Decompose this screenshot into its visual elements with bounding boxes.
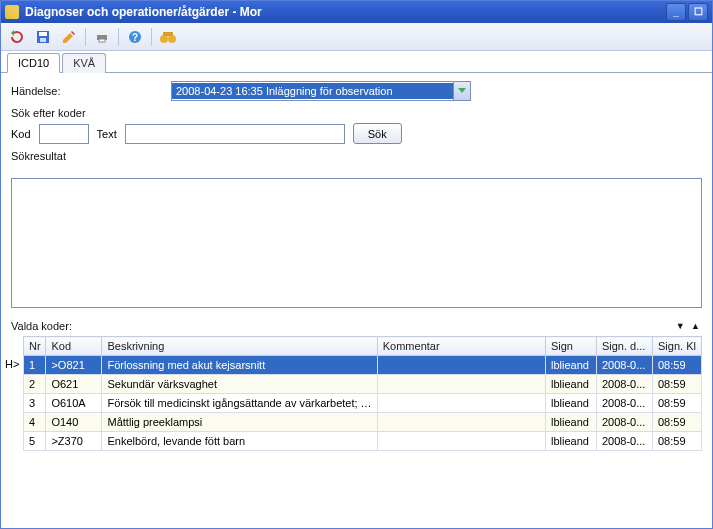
cell-komm bbox=[377, 413, 545, 432]
cell-sign: lblieand bbox=[545, 394, 596, 413]
cell-sign: lblieand bbox=[545, 432, 596, 451]
svg-rect-10 bbox=[163, 32, 173, 36]
kod-label: Kod bbox=[11, 128, 31, 140]
app-icon bbox=[5, 5, 19, 19]
col-sign[interactable]: Sign bbox=[545, 337, 596, 356]
cell-nr: 3 bbox=[24, 394, 46, 413]
cell-signkl: 08:59 bbox=[653, 432, 702, 451]
cell-signkl: 08:59 bbox=[653, 356, 702, 375]
svg-rect-2 bbox=[40, 38, 46, 42]
cell-signd: 2008-0... bbox=[596, 394, 652, 413]
valda-grid-wrap: H> Nr Kod Beskrivning Kommentar Sign Sig… bbox=[23, 336, 702, 451]
col-sign-d[interactable]: Sign. d... bbox=[596, 337, 652, 356]
grid-header-row: Nr Kod Beskrivning Kommentar Sign Sign. … bbox=[24, 337, 702, 356]
cell-signkl: 08:59 bbox=[653, 394, 702, 413]
svg-rect-5 bbox=[99, 39, 105, 42]
save-icon[interactable] bbox=[33, 27, 53, 47]
cell-komm bbox=[377, 432, 545, 451]
svg-rect-1 bbox=[39, 32, 47, 36]
toolbar-separator bbox=[118, 28, 119, 46]
table-row[interactable]: 3O610AFörsök till medicinskt igångsättan… bbox=[24, 394, 702, 413]
cell-sign: lblieand bbox=[545, 375, 596, 394]
cell-signd: 2008-0... bbox=[596, 356, 652, 375]
window-title: Diagnoser och operationer/åtgärder - Mor bbox=[25, 5, 664, 19]
cell-nr: 4 bbox=[24, 413, 46, 432]
toolbar: ? bbox=[1, 23, 712, 51]
sok-button[interactable]: Sök bbox=[353, 123, 402, 144]
svg-point-9 bbox=[168, 35, 176, 43]
titlebar: Diagnoser och operationer/åtgärder - Mor… bbox=[1, 1, 712, 23]
cell-komm bbox=[377, 394, 545, 413]
sokresultat-box[interactable] bbox=[11, 178, 702, 308]
cell-sign: lblieand bbox=[545, 413, 596, 432]
cell-besk: Sekundär värksvaghet bbox=[102, 375, 377, 394]
table-row[interactable]: 1>O821Förlossning med akut kejsarsnittlb… bbox=[24, 356, 702, 375]
chevron-down-icon bbox=[453, 82, 470, 100]
h-marker: H> bbox=[5, 358, 19, 370]
print-icon[interactable] bbox=[92, 27, 112, 47]
col-beskrivning[interactable]: Beskrivning bbox=[102, 337, 377, 356]
cell-besk: Måttlig preeklampsi bbox=[102, 413, 377, 432]
cell-nr: 1 bbox=[24, 356, 46, 375]
help-icon[interactable]: ? bbox=[125, 27, 145, 47]
cell-nr: 5 bbox=[24, 432, 46, 451]
svg-rect-4 bbox=[99, 32, 105, 35]
cell-signd: 2008-0... bbox=[596, 375, 652, 394]
sokresultat-label: Sökresultat bbox=[11, 150, 702, 162]
svg-text:?: ? bbox=[132, 32, 138, 43]
sok-efter-label: Sök efter koder bbox=[11, 107, 702, 119]
text-label: Text bbox=[97, 128, 117, 140]
cell-signd: 2008-0... bbox=[596, 413, 652, 432]
cell-kod: O140 bbox=[46, 413, 102, 432]
tab-kva[interactable]: KVÅ bbox=[62, 53, 106, 73]
col-nr[interactable]: Nr bbox=[24, 337, 46, 356]
form-area: Händelse: 2008-04-23 16:35 Inläggning fö… bbox=[1, 73, 712, 172]
cell-komm bbox=[377, 375, 545, 394]
col-sign-kl[interactable]: Sign. Kl bbox=[653, 337, 702, 356]
table-row[interactable]: 2O621Sekundär värksvaghetlblieand2008-0.… bbox=[24, 375, 702, 394]
window: Diagnoser och operationer/åtgärder - Mor… bbox=[0, 0, 713, 529]
handelse-select[interactable]: 2008-04-23 16:35 Inläggning för observat… bbox=[171, 81, 471, 101]
valda-koder-label: Valda koder: bbox=[11, 320, 72, 332]
cell-kod: >Z370 bbox=[46, 432, 102, 451]
content-area: ICD10 KVÅ Händelse: 2008-04-23 16:35 Inl… bbox=[1, 51, 712, 528]
col-kod[interactable]: Kod bbox=[46, 337, 102, 356]
kod-input[interactable] bbox=[39, 124, 89, 144]
edit-icon[interactable] bbox=[59, 27, 79, 47]
cell-besk: Förlossning med akut kejsarsnitt bbox=[102, 356, 377, 375]
toolbar-separator bbox=[85, 28, 86, 46]
table-row[interactable]: 5>Z370Enkelbörd, levande fött barnlbliea… bbox=[24, 432, 702, 451]
cell-signd: 2008-0... bbox=[596, 432, 652, 451]
text-input[interactable] bbox=[125, 124, 345, 144]
handelse-selected: 2008-04-23 16:35 Inläggning för observat… bbox=[172, 83, 453, 99]
binoculars-icon[interactable] bbox=[158, 27, 178, 47]
tab-icd10[interactable]: ICD10 bbox=[7, 53, 60, 73]
cell-besk: Försök till medicinskt igångsättande av … bbox=[102, 394, 377, 413]
cell-komm bbox=[377, 356, 545, 375]
refresh-icon[interactable] bbox=[7, 27, 27, 47]
maximize-button[interactable]: ☐ bbox=[688, 3, 708, 21]
cell-besk: Enkelbörd, levande fött barn bbox=[102, 432, 377, 451]
valda-grid: Nr Kod Beskrivning Kommentar Sign Sign. … bbox=[23, 336, 702, 451]
svg-point-8 bbox=[160, 35, 168, 43]
toolbar-separator bbox=[151, 28, 152, 46]
cell-signkl: 08:59 bbox=[653, 375, 702, 394]
minimize-button[interactable]: _ bbox=[666, 3, 686, 21]
cell-kod: O621 bbox=[46, 375, 102, 394]
handelse-label: Händelse: bbox=[11, 85, 76, 97]
cell-kod: O610A bbox=[46, 394, 102, 413]
cell-sign: lblieand bbox=[545, 356, 596, 375]
table-row[interactable]: 4O140Måttlig preeklampsilblieand2008-0..… bbox=[24, 413, 702, 432]
collapse-arrows-icon[interactable]: ▼ ▲ bbox=[676, 321, 702, 331]
tab-bar: ICD10 KVÅ bbox=[1, 51, 712, 73]
cell-nr: 2 bbox=[24, 375, 46, 394]
cell-kod: >O821 bbox=[46, 356, 102, 375]
cell-signkl: 08:59 bbox=[653, 413, 702, 432]
col-kommentar[interactable]: Kommentar bbox=[377, 337, 545, 356]
